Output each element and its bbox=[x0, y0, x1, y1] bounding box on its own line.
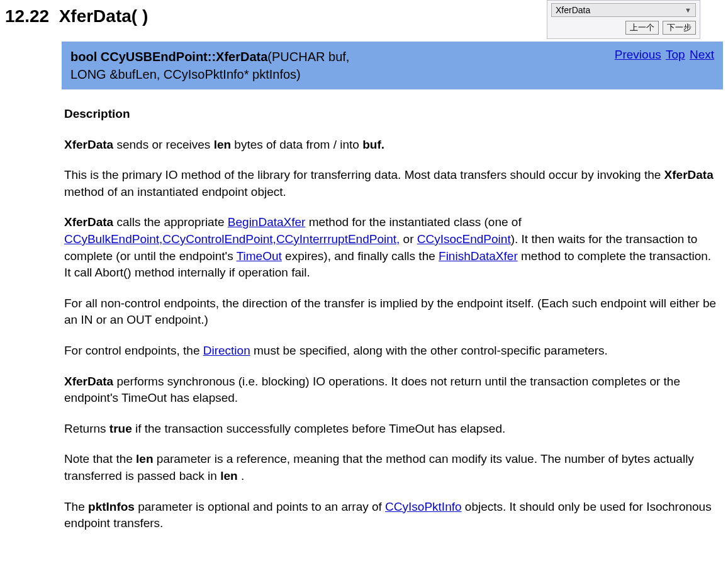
top-link[interactable]: Top bbox=[666, 48, 685, 61]
params-line-2: LONG &bufLen, CCyIsoPktInfo* pktInfos) bbox=[70, 67, 301, 81]
next-button[interactable]: 下一步 bbox=[663, 21, 696, 35]
nav-select-value: XferData bbox=[556, 5, 590, 15]
previous-link[interactable]: Previous bbox=[615, 48, 661, 61]
description-heading: Description bbox=[64, 107, 130, 120]
para-2: This is the primary IO method of the lib… bbox=[64, 167, 717, 200]
ccycontrolendpoint-link[interactable]: CCyControlEndPoint, bbox=[162, 232, 276, 246]
nav-widget: XferData ▼ 上一个 下一步 bbox=[547, 0, 700, 39]
para-7: Returns true if the transaction successf… bbox=[64, 421, 717, 438]
section-number: 12.22 bbox=[5, 6, 49, 26]
qualified-name: CCyUSBEndPoint::XferData bbox=[101, 50, 268, 64]
direction-link[interactable]: Direction bbox=[203, 344, 250, 357]
ccyisocendpoint-link[interactable]: CCyIsocEndPoint bbox=[417, 232, 511, 246]
para-9: The pktInfos parameter is optional and p… bbox=[64, 499, 717, 532]
para-1: XferData sends or receives len bytes of … bbox=[64, 137, 717, 154]
nav-select[interactable]: XferData ▼ bbox=[551, 3, 696, 17]
content-body: Description XferData sends or receives l… bbox=[62, 89, 723, 532]
timeout-link[interactable]: TimeOut bbox=[237, 249, 282, 263]
nav-buttons: 上一个 下一步 bbox=[547, 20, 700, 35]
next-link[interactable]: Next bbox=[690, 48, 714, 61]
para-3: XferData calls the appropriate BeginData… bbox=[64, 214, 717, 281]
ccyinterruptendpoint-link[interactable]: CCyInterrruptEndPoint, bbox=[276, 232, 400, 246]
finishdataxfer-link[interactable]: FinishDataXfer bbox=[439, 249, 518, 263]
para-8: Note that the len parameter is a referen… bbox=[64, 451, 717, 484]
ccybulkendpoint-link[interactable]: CCyBulkEndPoint, bbox=[64, 232, 162, 246]
params-line-1: (PUCHAR buf, bbox=[267, 50, 349, 64]
header-nav-links: Previous Top Next bbox=[613, 48, 714, 62]
para-5: For control endpoints, the Direction mus… bbox=[64, 343, 717, 360]
ccyisopktinfo-link[interactable]: CCyIsoPktInfo bbox=[385, 500, 461, 513]
para-4: For all non-control endpoints, the direc… bbox=[64, 295, 717, 329]
prev-button[interactable]: 上一个 bbox=[625, 21, 659, 35]
begindataxfer-link[interactable]: BeginDataXfer bbox=[228, 215, 306, 229]
signature-bar: bool CCyUSBEndPoint::XferData(PUCHAR buf… bbox=[62, 42, 723, 89]
section-name: XferData( ) bbox=[59, 6, 148, 26]
chevron-down-icon: ▼ bbox=[685, 6, 692, 14]
para-6: XferData performs synchronous (i.e. bloc… bbox=[64, 373, 717, 407]
return-type: bool bbox=[70, 50, 97, 64]
function-signature: bool CCyUSBEndPoint::XferData(PUCHAR buf… bbox=[70, 48, 349, 83]
